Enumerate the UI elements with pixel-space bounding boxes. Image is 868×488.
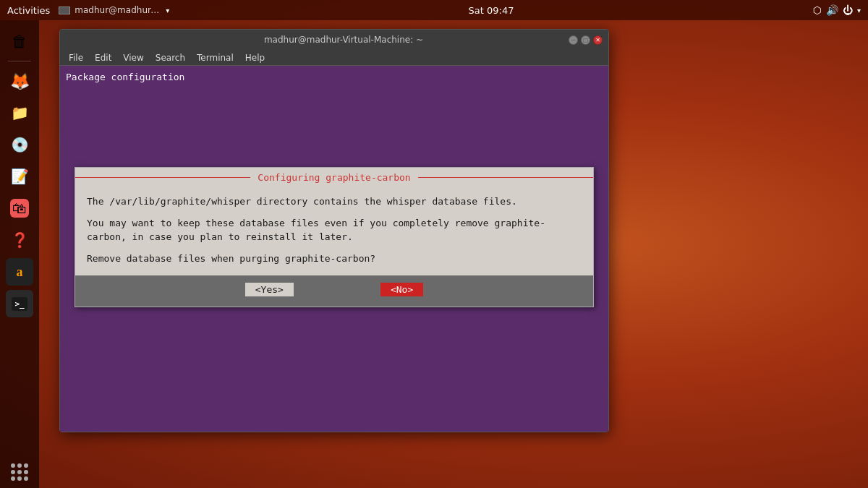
system-menu-chevron[interactable]: ▾ — [857, 7, 861, 14]
maximize-button[interactable]: □ — [581, 35, 590, 45]
dock-icon-files[interactable]: 📁 — [6, 99, 33, 127]
appstore-icon: 🛍 — [10, 199, 29, 218]
terminal-window: − □ ✕ madhur@madhur-Virtual-Machine: ~ F… — [59, 29, 609, 432]
title-bar: − □ ✕ madhur@madhur-Virtual-Machine: ~ — [60, 30, 608, 50]
grid-dot — [24, 476, 28, 481]
minimize-icon: − — [571, 37, 576, 43]
dialog-title-line-left — [163, 177, 250, 178]
terminal-menu-label: madhur@madhur-Virtual-Machine: ~ — [75, 5, 161, 15]
top-panel-left: Activities madhur@madhur-Virtual-Machine… — [7, 5, 169, 16]
dock-icon-terminal[interactable]: >_ — [6, 290, 33, 317]
dock-icon-trash[interactable]: 🗑 — [6, 27, 33, 55]
dialog-line2: You may want to keep these database file… — [87, 216, 582, 244]
menu-edit[interactable]: Edit — [90, 51, 116, 64]
network-icon[interactable]: ⬡ — [813, 4, 822, 16]
dialog-title-bar: Configuring graphite-carbon — [75, 168, 593, 187]
disk-icon: 💿 — [11, 136, 29, 153]
grid-dot — [17, 476, 22, 481]
terminal-content[interactable]: Package configuration Configuring graphi… — [60, 66, 608, 432]
dock: 🗑 🦊 📁 💿 📝 🛍 ❓ a >_ — [0, 20, 39, 488]
help-icon: ❓ — [11, 231, 29, 249]
grid-dot — [11, 470, 15, 474]
package-config-label: Package configuration — [66, 72, 603, 82]
amazon-icon: a — [17, 265, 23, 280]
menu-bar: File Edit View Search Terminal Help — [60, 50, 608, 66]
top-panel: Activities madhur@madhur-Virtual-Machine… — [0, 0, 868, 20]
terminal-menu-icon — [59, 7, 70, 14]
menu-terminal[interactable]: Terminal — [192, 51, 238, 64]
volume-icon[interactable]: 🔊 — [826, 4, 838, 16]
grid-dot — [11, 463, 15, 468]
menu-view[interactable]: View — [119, 51, 148, 64]
terminal-menu-indicator[interactable]: madhur@madhur-Virtual-Machine: ~ ▾ — [59, 5, 169, 15]
files-icon: 📁 — [11, 104, 29, 121]
dialog-body: The /var/lib/graphite/whisper directory … — [75, 187, 593, 275]
maximize-icon: □ — [583, 37, 589, 43]
dock-icon-firefox[interactable]: 🦊 — [6, 67, 33, 95]
app-grid-button[interactable] — [11, 463, 28, 481]
grid-dot — [24, 470, 28, 474]
close-icon: ✕ — [595, 37, 600, 43]
dialog-title-line-right — [418, 177, 506, 178]
grid-dot — [24, 463, 28, 468]
menu-file[interactable]: File — [64, 51, 88, 64]
grid-dot — [11, 476, 15, 481]
power-icon[interactable]: ⏻ — [843, 4, 853, 16]
menu-help[interactable]: Help — [241, 51, 269, 64]
dock-divider — [8, 61, 31, 61]
grid-dot — [17, 470, 22, 474]
dock-icon-help[interactable]: ❓ — [6, 226, 33, 254]
dock-icon-amazon[interactable]: a — [6, 258, 33, 286]
window-controls: − □ ✕ — [569, 35, 603, 45]
dialog-box: Configuring graphite-carbon The /var/lib… — [75, 167, 594, 307]
terminal-dock-icon: >_ — [12, 297, 27, 311]
system-tray: ⬡ 🔊 ⏻ ▾ — [813, 4, 861, 16]
writer-icon: 📝 — [11, 168, 29, 185]
dialog-buttons: <Yes> <No> — [75, 275, 593, 307]
dialog-line3: Remove database files when purging graph… — [87, 252, 582, 266]
dialog-title: Configuring graphite-carbon — [250, 168, 417, 187]
trash-icon: 🗑 — [12, 33, 27, 51]
terminal-menu-chevron: ▾ — [166, 7, 169, 14]
dialog-no-button[interactable]: <No> — [380, 283, 423, 296]
dock-icon-disk[interactable]: 💿 — [6, 131, 33, 158]
minimize-button[interactable]: − — [569, 35, 578, 45]
dialog-line1: The /var/lib/graphite/whisper directory … — [87, 194, 582, 209]
grid-dot — [17, 463, 22, 468]
dock-icon-writer[interactable]: 📝 — [6, 163, 33, 190]
dialog-yes-button[interactable]: <Yes> — [245, 283, 294, 296]
window-title: madhur@madhur-Virtual-Machine: ~ — [85, 35, 603, 45]
activities-button[interactable]: Activities — [7, 5, 50, 16]
dock-icon-appstore[interactable]: 🛍 — [6, 194, 33, 222]
menu-search[interactable]: Search — [151, 51, 190, 64]
close-button[interactable]: ✕ — [593, 35, 603, 45]
clock: Sat 09:47 — [469, 5, 514, 16]
firefox-icon: 🦊 — [10, 72, 30, 90]
